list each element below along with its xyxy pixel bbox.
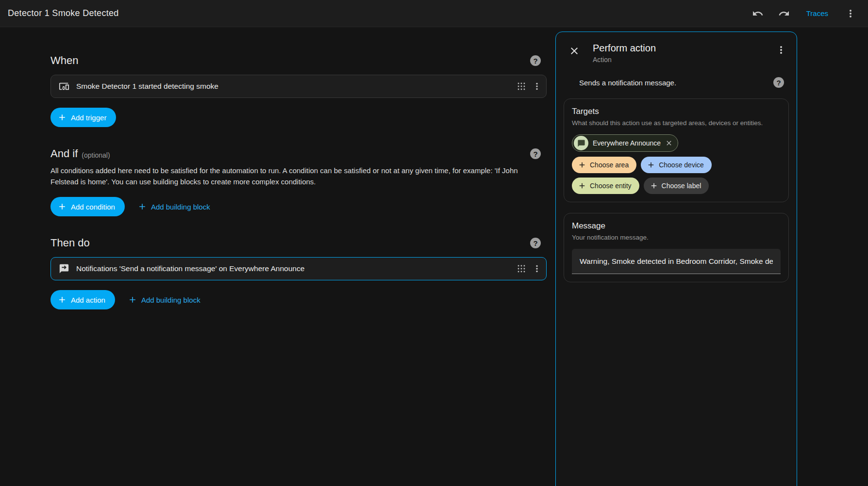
selected-targets: Everywhere Announce	[572, 134, 781, 152]
trigger-row[interactable]: Smoke Detector 1 started detecting smoke	[50, 75, 547, 98]
message-card: Message Your notification message.	[564, 213, 789, 282]
targets-card: Targets What should this action use as t…	[564, 98, 789, 202]
plus-icon	[57, 113, 67, 122]
action-label: Notifications 'Send a notification messa…	[76, 264, 304, 273]
plus-icon	[57, 295, 67, 305]
when-section-header: When ?	[50, 54, 547, 67]
targets-heading: Targets	[572, 107, 781, 116]
when-heading: When	[50, 54, 78, 67]
help-icon[interactable]: ?	[530, 238, 541, 248]
and-if-heading: And if	[50, 147, 78, 160]
action-description: Sends a notification message.	[579, 79, 676, 87]
devices-icon	[59, 81, 69, 92]
action-row[interactable]: Notifications 'Send a notification messa…	[50, 257, 547, 280]
overflow-menu-icon[interactable]	[844, 7, 857, 20]
undo-icon[interactable]	[751, 7, 765, 20]
plus-icon	[57, 202, 67, 211]
row-menu-icon[interactable]	[531, 80, 543, 93]
message-heading: Message	[572, 221, 781, 231]
app-header: Detector 1 Smoke Detected Traces	[0, 0, 868, 27]
panel-header: Perform action Action	[556, 32, 797, 64]
plus-icon	[578, 161, 586, 169]
add-trigger-button[interactable]: Add trigger	[50, 108, 116, 127]
automation-title: Detector 1 Smoke Detected	[8, 8, 119, 18]
row-menu-icon[interactable]	[531, 262, 543, 275]
panel-title: Perform action	[593, 43, 656, 54]
redo-icon[interactable]	[777, 7, 791, 20]
action-detail-panel: Perform action Action Sends a notificati…	[555, 32, 797, 486]
remove-target-icon[interactable]	[665, 139, 673, 147]
choose-label-button[interactable]: Choose label	[644, 178, 709, 194]
panel-subtitle: Action	[593, 56, 656, 64]
choose-area-button[interactable]: Choose area	[572, 157, 636, 173]
plus-icon	[650, 181, 658, 190]
target-chip[interactable]: Everywhere Announce	[572, 134, 678, 152]
message-input[interactable]	[572, 249, 781, 274]
help-icon[interactable]: ?	[773, 77, 784, 88]
main-area: When ? Smoke Detector 1 started detectin…	[0, 27, 868, 486]
choose-entity-button[interactable]: Choose entity	[572, 178, 639, 194]
drag-handle-icon[interactable]	[515, 80, 528, 93]
choose-device-button[interactable]: Choose device	[641, 157, 712, 173]
add-building-block-button[interactable]: Add building block	[121, 290, 207, 309]
plus-icon	[578, 181, 586, 190]
drag-handle-icon[interactable]	[515, 262, 528, 275]
message-arrow-icon	[59, 263, 69, 274]
message-subtitle: Your notification message.	[572, 233, 781, 242]
target-chip-label: Everywhere Announce	[593, 139, 661, 147]
close-icon[interactable]	[568, 44, 581, 58]
traces-button[interactable]: Traces	[803, 9, 831, 18]
targets-subtitle: What should this action use as targeted …	[572, 119, 781, 128]
plus-icon	[128, 295, 137, 305]
message-bubble-icon	[574, 136, 588, 150]
plus-icon	[137, 202, 147, 211]
panel-menu-icon[interactable]	[774, 43, 788, 57]
optional-label: (optional)	[82, 151, 110, 159]
topbar-actions: Traces	[751, 7, 857, 20]
conditions-description: All conditions added here need to be sat…	[50, 165, 547, 187]
then-do-section-header: Then do ?	[50, 237, 547, 249]
add-action-button[interactable]: Add action	[50, 290, 115, 309]
trigger-label: Smoke Detector 1 started detecting smoke	[76, 82, 218, 91]
add-building-block-button[interactable]: Add building block	[131, 197, 217, 216]
automation-editor: When ? Smoke Detector 1 started detectin…	[50, 27, 547, 309]
choose-target-buttons: Choose area Choose device Choose entity …	[572, 157, 781, 194]
and-if-section-header: And if (optional) ?	[50, 147, 547, 160]
then-do-heading: Then do	[50, 237, 90, 249]
help-icon[interactable]: ?	[530, 148, 541, 159]
plus-icon	[647, 161, 655, 169]
add-condition-button[interactable]: Add condition	[50, 197, 125, 216]
help-icon[interactable]: ?	[530, 55, 541, 66]
